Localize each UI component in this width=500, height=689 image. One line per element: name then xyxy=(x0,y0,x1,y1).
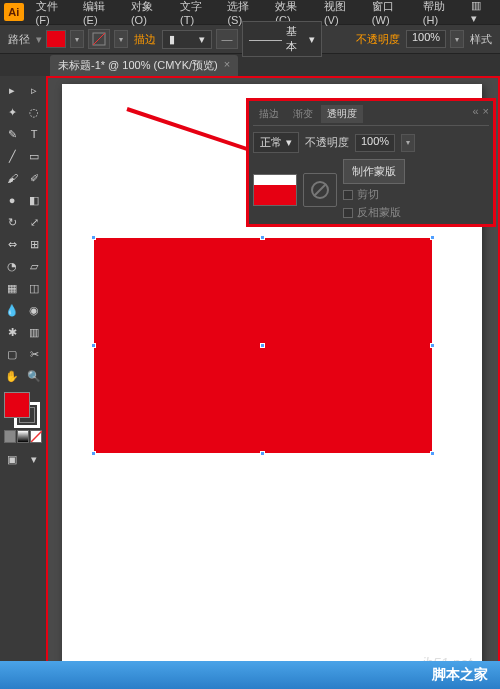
brush-def-dropdown[interactable]: ———基本▾ xyxy=(242,21,322,57)
close-tab-icon[interactable]: × xyxy=(224,58,230,73)
opacity-label[interactable]: 不透明度 xyxy=(356,32,400,47)
svg-line-2 xyxy=(31,431,42,442)
color-picker[interactable] xyxy=(2,392,38,428)
toolbox: ▸▹ ✦◌ ✎T ╱▭ 🖌✐ ●◧ ↻⤢ ⇔⊞ ◔▱ ▦◫ 💧◉ ✱▥ ▢✂ ✋… xyxy=(0,76,46,689)
fill-color-swatch[interactable] xyxy=(4,392,30,418)
menu-help[interactable]: 帮助(H) xyxy=(417,0,466,26)
menu-file[interactable]: 文件(F) xyxy=(30,0,77,26)
blend-mode-select[interactable]: 正常▾ xyxy=(253,132,299,153)
options-bar: 路径 ▾ ▾ ▾ 描边 ▮▾ — ———基本▾ 不透明度 100% ▾ 样式 xyxy=(0,24,500,54)
clip-checkbox[interactable] xyxy=(343,190,353,200)
eraser-tool[interactable]: ◧ xyxy=(24,190,44,210)
symbol-sprayer-tool[interactable]: ✱ xyxy=(2,322,22,342)
document-tab-title: 未标题-1* @ 100% (CMYK/预览) xyxy=(58,58,218,73)
transparency-panel: 描边 渐变 透明度 « × 正常▾ 不透明度 100% ▾ xyxy=(249,101,493,224)
transparency-panel-highlight: 描边 渐变 透明度 « × 正常▾ 不透明度 100% ▾ xyxy=(246,98,496,227)
selection-handle[interactable] xyxy=(260,235,265,240)
pen-tool[interactable]: ✎ xyxy=(2,124,22,144)
scale-tool[interactable]: ⤢ xyxy=(24,212,44,232)
stroke-label[interactable]: 描边 xyxy=(134,32,156,47)
style-label[interactable]: 样式 xyxy=(470,32,492,47)
fill-swatch[interactable] xyxy=(46,30,66,48)
opacity-value-field[interactable]: 100% xyxy=(406,30,446,48)
magic-wand-tool[interactable]: ✦ xyxy=(2,102,22,122)
fill-dropdown[interactable]: ▾ xyxy=(70,30,84,48)
selection-handle[interactable] xyxy=(260,451,265,456)
zoom-tool[interactable]: 🔍 xyxy=(24,366,44,386)
layout-dropdown-icon[interactable]: ▥ ▾ xyxy=(465,0,496,25)
menu-object[interactable]: 对象(O) xyxy=(125,0,174,26)
line-tool[interactable]: ╱ xyxy=(2,146,22,166)
hand-tool[interactable]: ✋ xyxy=(2,366,22,386)
invert-mask-label: 反相蒙版 xyxy=(357,205,401,220)
panel-collapse-icon[interactable]: « xyxy=(472,105,478,123)
path-label: 路径 xyxy=(8,32,30,47)
width-tool[interactable]: ⇔ xyxy=(2,234,22,254)
document-tab-bar: 未标题-1* @ 100% (CMYK/预览) × xyxy=(0,54,500,76)
direct-selection-tool[interactable]: ▹ xyxy=(24,80,44,100)
selected-rectangle[interactable] xyxy=(94,238,432,453)
invert-mask-checkbox[interactable] xyxy=(343,208,353,218)
selection-handle[interactable] xyxy=(91,451,96,456)
opacity-dropdown[interactable]: ▾ xyxy=(450,30,464,48)
panel-tab-stroke[interactable]: 描边 xyxy=(253,105,285,123)
screen-mode-icon[interactable]: ▣ xyxy=(2,449,22,469)
blend-tool[interactable]: ◉ xyxy=(24,300,44,320)
mesh-tool[interactable]: ▦ xyxy=(2,278,22,298)
svg-line-5 xyxy=(314,184,326,196)
panel-opacity-field[interactable]: 100% xyxy=(355,134,395,152)
variable-width-icon[interactable]: — xyxy=(216,29,238,49)
selection-handle[interactable] xyxy=(430,235,435,240)
app-logo: Ai xyxy=(4,3,24,21)
panel-tab-gradient[interactable]: 渐变 xyxy=(287,105,319,123)
panel-close-icon[interactable]: × xyxy=(483,105,489,123)
shape-builder-tool[interactable]: ◔ xyxy=(2,256,22,276)
panel-opacity-label: 不透明度 xyxy=(305,135,349,150)
gradient-mode-icon[interactable] xyxy=(17,430,29,443)
panel-opacity-dropdown[interactable]: ▾ xyxy=(401,134,415,152)
menu-type[interactable]: 文字(T) xyxy=(174,0,221,26)
gradient-tool[interactable]: ◫ xyxy=(24,278,44,298)
chevron-down-icon[interactable]: ▾ xyxy=(36,33,42,46)
stroke-weight-field[interactable]: ▮▾ xyxy=(162,30,212,49)
perspective-tool[interactable]: ▱ xyxy=(24,256,44,276)
rectangle-tool[interactable]: ▭ xyxy=(24,146,44,166)
selection-handle[interactable] xyxy=(430,343,435,348)
change-screen-icon[interactable]: ▾ xyxy=(24,449,44,469)
mask-thumbnail[interactable] xyxy=(303,173,337,207)
pencil-tool[interactable]: ✐ xyxy=(24,168,44,188)
lasso-tool[interactable]: ◌ xyxy=(24,102,44,122)
selection-handle[interactable] xyxy=(91,235,96,240)
type-tool[interactable]: T xyxy=(24,124,44,144)
make-mask-button[interactable]: 制作蒙版 xyxy=(343,159,405,184)
free-transform-tool[interactable]: ⊞ xyxy=(24,234,44,254)
artboard-tool[interactable]: ▢ xyxy=(2,344,22,364)
color-mode-icon[interactable] xyxy=(4,430,16,443)
graph-tool[interactable]: ▥ xyxy=(24,322,44,342)
clip-label: 剪切 xyxy=(357,187,379,202)
menu-window[interactable]: 窗口(W) xyxy=(366,0,417,26)
rotate-tool[interactable]: ↻ xyxy=(2,212,22,232)
footer-attribution: 脚本之家 xyxy=(0,661,500,689)
canvas-area[interactable]: 描边 渐变 透明度 « × 正常▾ 不透明度 100% ▾ xyxy=(46,76,500,689)
document-tab[interactable]: 未标题-1* @ 100% (CMYK/预览) × xyxy=(50,55,238,76)
slice-tool[interactable]: ✂ xyxy=(24,344,44,364)
brush-tool[interactable]: 🖌 xyxy=(2,168,22,188)
menu-view[interactable]: 视图(V) xyxy=(318,0,366,26)
selection-tool[interactable]: ▸ xyxy=(2,80,22,100)
opacity-preview-swatch[interactable] xyxy=(253,174,297,206)
selection-handle[interactable] xyxy=(91,343,96,348)
svg-line-1 xyxy=(93,33,105,45)
none-mode-icon[interactable] xyxy=(30,430,42,443)
stroke-dropdown[interactable]: ▾ xyxy=(114,30,128,48)
blob-brush-tool[interactable]: ● xyxy=(2,190,22,210)
eyedropper-tool[interactable]: 💧 xyxy=(2,300,22,320)
selection-handle[interactable] xyxy=(430,451,435,456)
artboard[interactable]: 描边 渐变 透明度 « × 正常▾ 不透明度 100% ▾ xyxy=(62,84,482,679)
no-stroke-icon[interactable] xyxy=(88,29,110,49)
menu-edit[interactable]: 编辑(E) xyxy=(77,0,125,26)
selection-center xyxy=(260,343,265,348)
panel-tab-opacity[interactable]: 透明度 xyxy=(321,105,363,123)
